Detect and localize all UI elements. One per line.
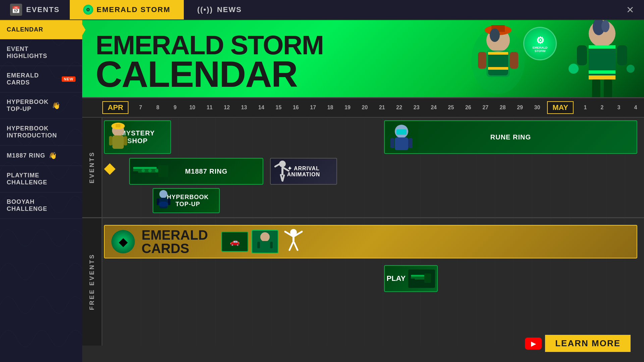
- date-19: 19: [339, 105, 356, 111]
- free-events-label-container: FREE EVENTS: [82, 218, 102, 346]
- svg-rect-32: [390, 138, 394, 148]
- svg-line-62: [294, 243, 298, 250]
- learn-more-button[interactable]: LEARN MORE: [545, 335, 631, 352]
- date-18: 18: [322, 105, 339, 111]
- svg-rect-26: [109, 136, 112, 145]
- svg-rect-38: [131, 171, 138, 174]
- svg-rect-54: [260, 241, 270, 251]
- event-arrival-animation[interactable]: ✦ ARRIVALANIMATION: [270, 158, 337, 185]
- svg-point-39: [142, 169, 145, 172]
- date-15: 15: [270, 105, 287, 111]
- svg-point-41: [155, 169, 158, 172]
- date-24: 24: [425, 105, 442, 111]
- date-26: 26: [460, 105, 477, 111]
- sidebar-emerald-cards-label: EMERALD CARDS: [7, 72, 57, 86]
- svg-rect-27: [124, 136, 127, 145]
- svg-rect-7: [510, 52, 518, 69]
- calendar-icon: 📅: [10, 4, 22, 16]
- rune-ring-label: RUNE RING: [490, 133, 531, 141]
- sidebar-item-booyah[interactable]: BOOYAHCHALLENGE: [0, 192, 82, 219]
- events-nav-button[interactable]: 📅 EVENTS: [0, 0, 70, 19]
- svg-rect-66: [410, 279, 415, 281]
- sidebar-m1887-label: M1887 RING: [7, 152, 45, 159]
- free-events-section: FREE EVENTS ◆ EMERALDCARDS 🚗: [82, 218, 644, 346]
- svg-rect-21: [589, 75, 615, 79]
- mystery-shop-char: [105, 121, 131, 153]
- svg-point-53: [260, 232, 270, 242]
- date-20: 20: [356, 105, 373, 111]
- date-9: 9: [166, 105, 183, 111]
- main-layout: CALENDAR EVENTHIGHLIGHTS EMERALD CARDS N…: [0, 20, 644, 362]
- hero-title: EMERALD STORM CALENDAR: [96, 33, 323, 90]
- date-10: 10: [184, 105, 201, 111]
- sidebar-item-playtime[interactable]: PLAYTIMECHALLENGE: [0, 166, 82, 192]
- svg-rect-20: [604, 79, 612, 97]
- events-label: EVENTS: [89, 151, 96, 183]
- gem-icon: ◆: [104, 159, 116, 176]
- events-nav-label: EVENTS: [26, 5, 60, 14]
- svg-line-61: [289, 243, 293, 250]
- sidebar-item-emerald-cards[interactable]: EMERALD CARDS NEW: [0, 66, 82, 93]
- emerald-storm-nav-button[interactable]: ⚙ EMERALD STORM: [70, 0, 184, 19]
- event-rune-ring[interactable]: RUNE RING: [384, 120, 637, 154]
- events-label-container: EVENTS: [82, 118, 102, 217]
- svg-rect-19: [592, 79, 600, 97]
- event-emerald-cards[interactable]: ◆ EMERALDCARDS 🚗: [104, 225, 637, 258]
- svg-point-18: [627, 65, 635, 73]
- free-events-grid: ◆ EMERALDCARDS 🚗: [102, 218, 644, 346]
- emerald-gem-icon: ◆: [111, 230, 135, 253]
- emerald-storm-badge: ⚙ EMERALD STORM: [523, 27, 557, 60]
- event-mystery-shop[interactable]: MYSTERYSHOP: [104, 120, 171, 154]
- sidebar-item-hyperbook-intro[interactable]: HYPERBOOKINTRODUCTION: [0, 119, 82, 145]
- svg-rect-8: [488, 52, 508, 55]
- sidebar-event-highlights-label: EVENTHIGHLIGHTS: [7, 46, 47, 60]
- badge-line2: STORM: [535, 49, 545, 53]
- svg-rect-36: [158, 165, 168, 177]
- svg-point-48: [159, 190, 167, 198]
- signal-icon: ((•)): [197, 5, 213, 14]
- free-events-label: FREE EVENTS: [89, 253, 96, 310]
- svg-rect-37: [133, 167, 157, 169]
- date-25: 25: [442, 105, 460, 111]
- char-icon: [252, 230, 278, 253]
- sidebar-item-event-highlights[interactable]: EVENTHIGHLIGHTS: [0, 40, 82, 66]
- news-nav-button[interactable]: ((•)) NEWS: [184, 0, 255, 19]
- date-14: 14: [253, 105, 270, 111]
- date-numbers-may: 1 2 3 4: [577, 105, 644, 111]
- date-12: 12: [218, 105, 235, 111]
- date-11: 11: [201, 105, 218, 111]
- hyperbook-char: [153, 189, 173, 213]
- event-m1887[interactable]: M1887 RING: [129, 158, 263, 185]
- sidebar-calendar-label: CALENDAR: [7, 26, 43, 33]
- events-section: EVENTS ◆: [82, 118, 644, 218]
- sidebar-hyperbook-topup-label: HYPERBOOKTOP-UP: [7, 99, 49, 113]
- badge-line1: EMERALD: [533, 46, 548, 49]
- event-hyperbook-topup[interactable]: HYPERBOOKTOP-UP: [153, 188, 220, 213]
- date-header: APR 7 8 9 10 11 12 13 14 15 16 17 18 19 …: [82, 98, 644, 118]
- right-char-svg: [560, 20, 644, 97]
- svg-rect-13: [589, 45, 615, 49]
- sidebar-item-m1887[interactable]: M1887 RING 👋: [0, 145, 82, 166]
- sidebar-item-calendar[interactable]: CALENDAR: [0, 20, 82, 40]
- svg-rect-25: [112, 135, 124, 149]
- learn-more-container: ▶ LEARN MORE: [525, 335, 631, 352]
- close-button[interactable]: ✕: [616, 0, 644, 19]
- event-play[interactable]: PLAY: [384, 265, 438, 292]
- emerald-cards-items: 🚗: [221, 228, 305, 255]
- date-29: 29: [511, 105, 528, 111]
- events-grid: ◆: [102, 118, 644, 217]
- victory-pose-icon: [282, 228, 305, 255]
- news-nav-label: NEWS: [217, 5, 242, 14]
- youtube-icon[interactable]: ▶: [525, 338, 542, 350]
- sidebar-item-hyperbook-topup[interactable]: HYPERBOOKTOP-UP 👋: [0, 93, 82, 119]
- close-icon: ✕: [626, 4, 634, 15]
- svg-point-10: [490, 28, 500, 42]
- svg-rect-65: [411, 275, 424, 277]
- calendar-grid: APR 7 8 9 10 11 12 13 14 15 16 17 18 19 …: [82, 97, 644, 362]
- svg-rect-29: [116, 124, 120, 127]
- svg-rect-5: [488, 52, 508, 75]
- top-navigation: 📅 EVENTS ⚙ EMERALD STORM ((•)) NEWS ✕: [0, 0, 644, 20]
- rune-ring-char: [385, 121, 418, 153]
- date-22: 22: [391, 105, 408, 111]
- svg-rect-31: [395, 137, 408, 150]
